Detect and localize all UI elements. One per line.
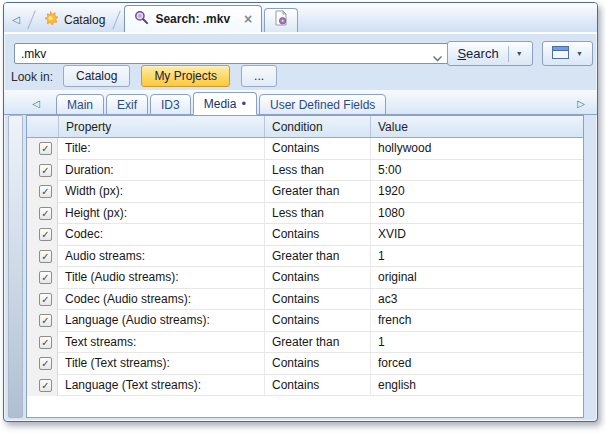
- criteria-property-cell[interactable]: Duration:: [58, 160, 264, 182]
- criteria-value-cell[interactable]: english: [370, 375, 583, 397]
- view-options-button[interactable]: ▼: [542, 41, 593, 66]
- search-button[interactable]: Search ▼: [447, 41, 533, 66]
- left-splitter[interactable]: [8, 115, 23, 418]
- criteria-property-cell[interactable]: Title:: [58, 138, 264, 160]
- criteria-value-cell[interactable]: 1: [370, 246, 583, 268]
- criteria-condition-cell[interactable]: Contains: [264, 353, 370, 375]
- criteria-checkbox-cell: ✓: [27, 332, 58, 354]
- criteria-value-cell[interactable]: 1080: [370, 203, 583, 225]
- criteria-checkbox-cell: ✓: [27, 267, 58, 289]
- criteria-property-cell[interactable]: Width (px):: [58, 181, 264, 203]
- criteria-checkbox[interactable]: ✓: [39, 357, 52, 370]
- criteria-condition-cell[interactable]: Less than: [264, 160, 370, 182]
- criteria-value-cell[interactable]: original: [370, 267, 583, 289]
- criteria-checkbox[interactable]: ✓: [39, 142, 52, 155]
- criteria-row: ✓ Title (Text streams): Contains forced: [27, 353, 583, 375]
- filter-tabstrip: ◁ Main Exif ID3 Media • User Defined Fie…: [4, 90, 597, 115]
- criteria-condition-cell[interactable]: Contains: [264, 375, 370, 397]
- criteria-row: ✓ Codec (Audio streams): Contains ac3: [27, 289, 583, 311]
- criteria-value-cell[interactable]: french: [370, 310, 583, 332]
- criteria-checkbox-cell: ✓: [27, 224, 58, 246]
- media-file-icon: [274, 10, 288, 29]
- criteria-value-cell[interactable]: ac3: [370, 289, 583, 311]
- criteria-property-cell[interactable]: Text streams:: [58, 332, 264, 354]
- criteria-rows: ✓ Title: Contains hollywood ✓ Duration: …: [27, 138, 583, 396]
- criteria-property-cell[interactable]: Language (Text streams):: [58, 375, 264, 397]
- criteria-row: ✓ Duration: Less than 5:00: [27, 160, 583, 182]
- criteria-condition-cell[interactable]: Greater than: [264, 332, 370, 354]
- look-in-button-my-projects[interactable]: My Projects: [141, 65, 230, 87]
- criteria-checkbox[interactable]: ✓: [39, 207, 52, 220]
- criteria-checkbox[interactable]: ✓: [39, 164, 52, 177]
- criteria-property-cell[interactable]: Title (Audio streams):: [58, 267, 264, 289]
- search-input[interactable]: [14, 43, 450, 64]
- criteria-property-cell[interactable]: Language (Audio streams):: [58, 310, 264, 332]
- tab-new-media[interactable]: [264, 8, 298, 32]
- criteria-property-cell[interactable]: Audio streams:: [58, 246, 264, 268]
- criteria-value-cell[interactable]: 1920: [370, 181, 583, 203]
- search-window: ◁ Catalog Search: .mkv × Search ▼: [3, 2, 598, 422]
- search-dropdown-icon[interactable]: ▼: [516, 50, 523, 57]
- active-tab-marker: •: [241, 99, 246, 109]
- criteria-condition-cell[interactable]: Contains: [264, 289, 370, 311]
- criteria-condition-cell[interactable]: Greater than: [264, 181, 370, 203]
- criteria-property-cell[interactable]: Height (px):: [58, 203, 264, 225]
- criteria-checkbox-cell: ✓: [27, 289, 58, 311]
- tab-separator: [27, 11, 35, 30]
- tab-search-label: Search: .mkv: [155, 12, 230, 26]
- criteria-row: ✓ Height (px): Less than 1080: [27, 203, 583, 225]
- criteria-property-cell[interactable]: Title (Text streams):: [58, 353, 264, 375]
- combo-dropdown-icon[interactable]: [432, 49, 444, 59]
- criteria-checkbox[interactable]: ✓: [39, 271, 52, 284]
- criteria-checkbox[interactable]: ✓: [39, 185, 52, 198]
- criteria-checkbox[interactable]: ✓: [39, 250, 52, 263]
- criteria-checkbox[interactable]: ✓: [39, 379, 52, 392]
- look-in-button-catalog[interactable]: Catalog: [63, 65, 130, 87]
- look-in-group: Catalog My Projects ...: [63, 65, 277, 87]
- filter-scroll-right-icon[interactable]: ▷: [573, 98, 589, 114]
- criteria-condition-cell[interactable]: Contains: [264, 310, 370, 332]
- criteria-value-cell[interactable]: 1: [370, 332, 583, 354]
- criteria-checkbox-cell: ✓: [27, 310, 58, 332]
- close-tab-icon[interactable]: ×: [244, 13, 252, 25]
- criteria-condition-cell[interactable]: Less than: [264, 203, 370, 225]
- document-tabstrip: ◁ Catalog Search: .mkv ×: [4, 3, 597, 34]
- filter-tab-exif[interactable]: Exif: [106, 94, 148, 115]
- tab-catalog[interactable]: Catalog: [39, 9, 109, 32]
- criteria-checkbox[interactable]: ✓: [39, 314, 52, 327]
- criteria-row: ✓ Codec: Contains XVID: [27, 224, 583, 246]
- tab-search-mkv[interactable]: Search: .mkv ×: [124, 5, 262, 32]
- filter-scroll-left-icon[interactable]: ◁: [28, 98, 44, 114]
- filter-tab-id3[interactable]: ID3: [150, 94, 191, 115]
- criteria-checkbox[interactable]: ✓: [39, 228, 52, 241]
- criteria-property-cell[interactable]: Codec (Audio streams):: [58, 289, 264, 311]
- criteria-condition-cell[interactable]: Contains: [264, 267, 370, 289]
- filter-tab-user-defined-fields[interactable]: User Defined Fields: [259, 94, 386, 115]
- criteria-checkbox[interactable]: ✓: [39, 293, 52, 306]
- magnifier-icon: [134, 10, 149, 28]
- criteria-checkbox-cell: ✓: [27, 375, 58, 397]
- view-dropdown-icon[interactable]: ▼: [576, 50, 583, 57]
- criteria-value-cell[interactable]: 5:00: [370, 160, 583, 182]
- criteria-checkbox-cell: ✓: [27, 203, 58, 225]
- criteria-checkbox[interactable]: ✓: [39, 336, 52, 349]
- tab-scroll-left-icon[interactable]: ◁: [8, 14, 24, 32]
- filter-tab-media[interactable]: Media •: [193, 92, 257, 115]
- criteria-checkbox-cell: ✓: [27, 138, 58, 160]
- tab-catalog-label: Catalog: [64, 13, 105, 27]
- header-property: Property: [58, 116, 264, 137]
- look-in-button-item-2[interactable]: ...: [241, 65, 277, 87]
- criteria-condition-cell[interactable]: Greater than: [264, 246, 370, 268]
- criteria-property-cell[interactable]: Codec:: [58, 224, 264, 246]
- filter-tab-main[interactable]: Main: [56, 94, 104, 115]
- criteria-value-cell[interactable]: hollywood: [370, 138, 583, 160]
- criteria-condition-cell[interactable]: Contains: [264, 224, 370, 246]
- starburst-icon: [43, 11, 58, 29]
- criteria-header-row: Property Condition Value: [27, 116, 583, 138]
- criteria-value-cell[interactable]: forced: [370, 353, 583, 375]
- filter-tab-list: Main Exif ID3 Media • User Defined Field…: [56, 92, 388, 114]
- criteria-condition-cell[interactable]: Contains: [264, 138, 370, 160]
- criteria-checkbox-cell: ✓: [27, 246, 58, 268]
- criteria-row: ✓ Width (px): Greater than 1920: [27, 181, 583, 203]
- criteria-value-cell[interactable]: XVID: [370, 224, 583, 246]
